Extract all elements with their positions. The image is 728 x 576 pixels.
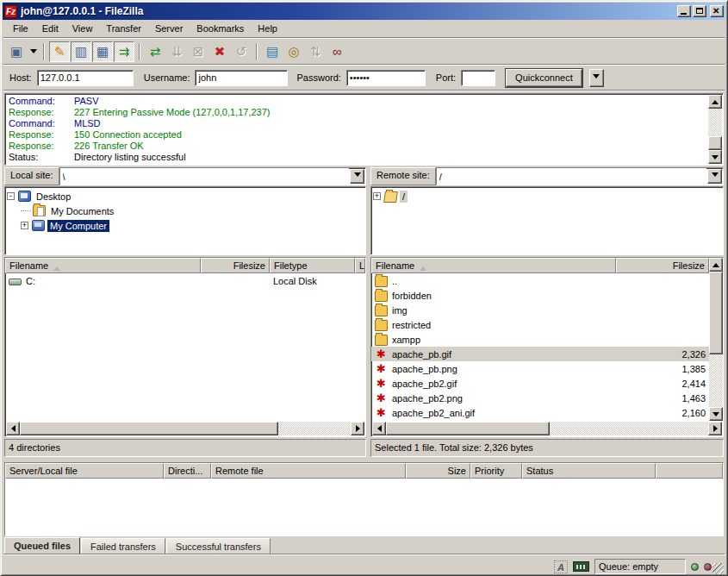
reconnect-button[interactable]: ↺ (231, 41, 252, 62)
scroll-up-button[interactable] (709, 258, 723, 272)
directory-comparison-button[interactable]: ◎ (283, 41, 304, 62)
tree-item-root[interactable]: + / (373, 189, 723, 203)
remote-horizontal-scrollbar[interactable] (372, 422, 722, 435)
file-row-c-drive[interactable]: C: Local Disk (5, 273, 365, 288)
maximize-button[interactable] (693, 5, 706, 17)
toggle-remote-tree-button[interactable]: ▦ (92, 41, 113, 62)
remote-status-text: Selected 1 file. Total size: 2,326 bytes (370, 439, 724, 457)
file-row[interactable]: xampp (371, 332, 709, 347)
column-header-server-local-file[interactable]: Server/Local file (5, 463, 164, 479)
toggle-local-tree-button[interactable]: ▥ (71, 41, 91, 62)
local-horizontal-scrollbar[interactable] (6, 422, 364, 435)
speed-limits-icon[interactable] (573, 561, 589, 572)
process-queue-button[interactable]: ⇊ (166, 41, 187, 62)
file-row[interactable]: apache_pb2.png 1,463 (371, 391, 709, 405)
expand-icon[interactable]: + (21, 222, 28, 229)
column-header-size[interactable]: Size (406, 463, 470, 479)
queue-body[interactable] (5, 479, 723, 535)
menu-transfer[interactable]: Transfer (99, 22, 148, 35)
title-bar: Fz john@127.0.0.1 - FileZilla ✕ (3, 3, 725, 20)
column-header-filename[interactable]: Filename (5, 258, 201, 273)
scroll-down-button[interactable] (708, 150, 722, 164)
column-header-filesize[interactable]: Filesize (616, 258, 709, 273)
column-header-filesize[interactable]: Filesize (201, 258, 270, 273)
scrollbar-track[interactable] (708, 109, 722, 136)
scrollbar-thumb[interactable] (708, 136, 722, 150)
remote-site-input[interactable] (437, 168, 706, 185)
close-button[interactable]: ✕ (710, 5, 724, 17)
column-header-filename[interactable]: Filename (371, 258, 616, 273)
scroll-left-button[interactable] (6, 422, 20, 435)
cancel-button[interactable]: ⊠ (188, 41, 208, 62)
column-header-direction[interactable]: Directi... (164, 463, 211, 479)
refresh-button[interactable]: ⇄ (145, 41, 165, 62)
column-header-lastmodified[interactable]: L (355, 258, 365, 273)
remote-site-combobox[interactable] (436, 167, 724, 185)
scrollbar-thumb[interactable] (20, 422, 278, 435)
file-row[interactable]: apache_pb2.gif 2,414 (371, 376, 709, 391)
site-manager-button[interactable]: ▣ (6, 41, 27, 62)
disconnect-icon: ✖ (215, 45, 226, 58)
quickconnect-button[interactable]: Quickconnect (506, 69, 582, 87)
find-files-button[interactable]: ∞ (327, 41, 347, 62)
column-header-status[interactable]: Status (522, 463, 656, 479)
directory-filters-button[interactable]: ▤ (262, 41, 283, 62)
menu-file[interactable]: File (6, 22, 35, 35)
file-row[interactable]: forbidden (371, 288, 709, 303)
column-header-remote-file[interactable]: Remote file (211, 463, 406, 479)
tree-item-my-documents[interactable]: My Documents (7, 203, 365, 218)
synchronized-browsing-button[interactable]: ⇅ (305, 41, 326, 62)
local-site-combobox[interactable] (59, 167, 366, 185)
scrollbar-thumb[interactable] (386, 422, 550, 435)
site-manager-dropdown-button[interactable] (28, 41, 39, 62)
transfer-type-icon[interactable]: A (554, 560, 568, 573)
scroll-up-button[interactable] (708, 95, 722, 109)
scroll-left-button[interactable] (372, 422, 386, 435)
scrollbar-thumb[interactable] (709, 272, 723, 354)
file-row[interactable]: restricted (371, 317, 709, 332)
scroll-right-button[interactable] (351, 422, 364, 435)
toggle-message-log-button[interactable]: ✎ (49, 41, 70, 62)
remote-site-dropdown-button[interactable] (707, 169, 722, 184)
sync-browsing-icon: ⇅ (310, 45, 321, 58)
tree-item-my-computer[interactable]: + My Computer (7, 218, 365, 233)
port-input[interactable] (461, 70, 495, 86)
tree-item-desktop[interactable]: - Desktop (7, 189, 365, 203)
disconnect-button[interactable]: ✖ (209, 41, 230, 62)
column-header-filetype[interactable]: Filetype (270, 258, 355, 273)
toggle-queue-button[interactable]: ⇉ (114, 41, 134, 62)
column-header-priority[interactable]: Priority (470, 463, 522, 479)
minimize-button[interactable] (677, 5, 691, 17)
menu-edit[interactable]: Edit (35, 22, 65, 35)
collapse-icon[interactable]: - (7, 192, 15, 200)
menu-help[interactable]: Help (251, 22, 284, 35)
log-scrollbar[interactable] (708, 95, 722, 164)
local-site-input[interactable] (60, 168, 349, 185)
host-input[interactable] (37, 70, 134, 86)
scrollbar-track[interactable] (709, 354, 723, 407)
remote-vertical-scrollbar[interactable] (709, 258, 723, 421)
tab-queued-files[interactable]: Queued files (4, 537, 80, 555)
menu-server[interactable]: Server (148, 22, 190, 35)
file-row[interactable]: apache_pb.png 1,385 (371, 361, 709, 376)
quickconnect-dropdown-button[interactable] (589, 69, 604, 87)
file-row[interactable]: .. (371, 273, 709, 288)
password-input[interactable] (346, 70, 426, 86)
scroll-down-button[interactable] (709, 407, 723, 421)
image-file-icon (375, 407, 388, 418)
username-input[interactable] (195, 70, 288, 86)
scrollbar-track[interactable] (278, 422, 351, 435)
file-row-selected[interactable]: apache_pb.gif 2,326 (371, 347, 709, 361)
menu-view[interactable]: View (65, 22, 100, 35)
file-row[interactable]: img (371, 303, 709, 317)
file-row[interactable]: apache_pb2_ani.gif 2,160 (371, 405, 709, 420)
scroll-right-button[interactable] (708, 422, 722, 435)
tab-failed-transfers[interactable]: Failed transfers (81, 538, 165, 554)
scrollbar-track[interactable] (550, 422, 708, 435)
tab-successful-transfers[interactable]: Successful transfers (166, 538, 271, 554)
menu-bookmarks[interactable]: Bookmarks (190, 22, 251, 35)
local-site-dropdown-button[interactable] (350, 169, 364, 184)
expand-icon[interactable]: + (373, 192, 381, 200)
transfer-queue-icon: ⇉ (119, 45, 130, 58)
resize-grip[interactable] (712, 563, 724, 574)
